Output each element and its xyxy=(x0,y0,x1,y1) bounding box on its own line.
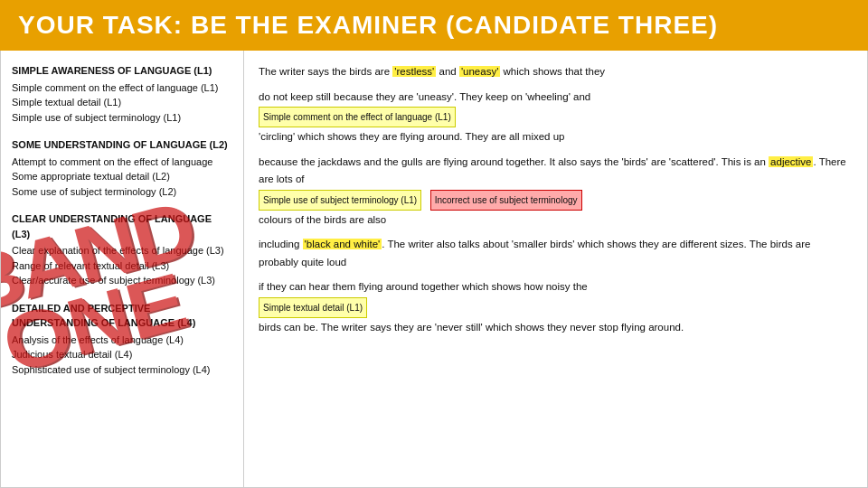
highlight-uneasy: 'uneasy' xyxy=(459,66,500,77)
list-item: Some use of subject terminology (L2) xyxy=(12,184,232,200)
right-para-5: if they can hear them flying around toge… xyxy=(259,278,853,336)
list-item: Simple use of subject terminology (L1) xyxy=(12,110,232,126)
section-l3-title: CLEAR UNDERSTANDING OF LANGUAGE (L3) xyxy=(12,211,232,241)
list-item: Simple textual detail (L1) xyxy=(12,95,232,110)
section-l3: CLEAR UNDERSTANDING OF LANGUAGE (L3) Cle… xyxy=(12,211,232,288)
annotation-textual-detail: Simple textual detail (L1) xyxy=(259,297,367,318)
section-l3-body: Clear explanation of the effects of lang… xyxy=(12,243,232,288)
list-item: Simple comment on the effect of language… xyxy=(12,80,232,96)
annotation-comment-l1: Simple comment on the effect of language… xyxy=(259,107,456,127)
list-item: Clear/accurate use of subject terminolog… xyxy=(12,273,232,288)
left-panel: SIMPLE AWARENESS OF LANGUAGE (L1) Simple… xyxy=(0,51,244,488)
list-item: Judicious textual detail (L4) xyxy=(12,347,232,362)
annotation-incorrect: Incorrect use of subject terminology xyxy=(430,190,582,211)
section-l2-title: SOME UNDERSTANDING OF LANGUAGE (L2) xyxy=(12,137,232,153)
list-item: Sophisticated use of subject terminology… xyxy=(12,362,232,378)
right-para-2: do not keep still because they are 'unea… xyxy=(259,89,853,146)
header-title: YOUR TASK: BE THE EXAMINER (CANDIDATE TH… xyxy=(18,11,718,39)
section-l1-body: Simple comment on the effect of language… xyxy=(12,80,232,126)
page-header: YOUR TASK: BE THE EXAMINER (CANDIDATE TH… xyxy=(0,0,868,51)
section-l2-body: Attempt to comment on the effect of lang… xyxy=(12,155,232,200)
section-l4: DETAILED AND PERCEPTIVE UNDERSTANDING OF… xyxy=(12,301,232,378)
right-para-1: The writer says the birds are 'restless'… xyxy=(259,63,853,81)
list-item: Analysis of the effects of language (L4) xyxy=(12,333,232,348)
list-item: Attempt to comment on the effect of lang… xyxy=(12,155,232,170)
main-content: SIMPLE AWARENESS OF LANGUAGE (L1) Simple… xyxy=(0,51,868,488)
section-l1-title: SIMPLE AWARENESS OF LANGUAGE (L1) xyxy=(12,63,232,79)
right-para-4: including 'black and white'. The writer … xyxy=(259,236,853,271)
section-l4-title: DETAILED AND PERCEPTIVE UNDERSTANDING OF… xyxy=(12,301,232,331)
highlight-restless: 'restless' xyxy=(392,66,436,77)
list-item: Range of relevant textual detail (L3) xyxy=(12,258,232,274)
list-item: Some appropriate textual detail (L2) xyxy=(12,169,232,184)
highlight-adjective: adjective xyxy=(769,156,813,167)
right-panel: The writer says the birds are 'restless'… xyxy=(244,51,868,488)
right-para-3: because the jackdaws and the gulls are f… xyxy=(259,154,853,230)
section-l1: SIMPLE AWARENESS OF LANGUAGE (L1) Simple… xyxy=(12,63,232,125)
annotation-terminology-l1: Simple use of subject terminology (L1) xyxy=(259,190,421,211)
list-item: Clear explanation of the effects of lang… xyxy=(12,243,232,258)
section-l4-body: Analysis of the effects of language (L4)… xyxy=(12,333,232,378)
highlight-black-white: 'black and white' xyxy=(303,239,382,249)
section-l2: SOME UNDERSTANDING OF LANGUAGE (L2) Atte… xyxy=(12,137,232,199)
